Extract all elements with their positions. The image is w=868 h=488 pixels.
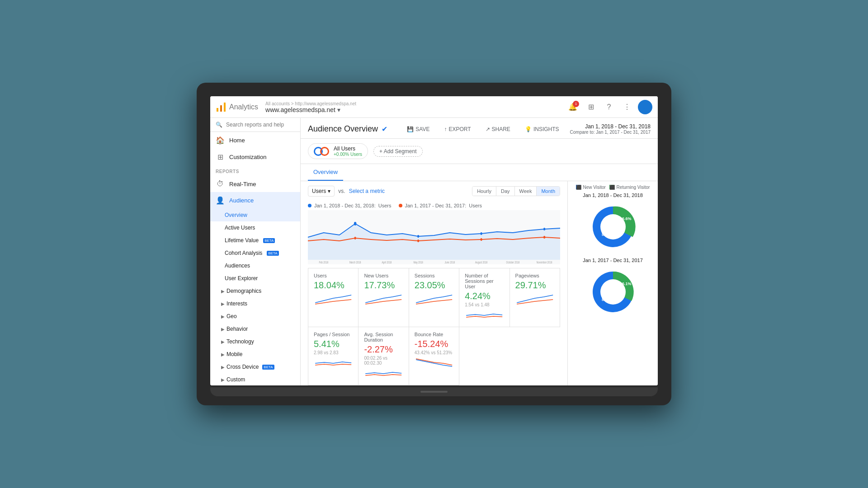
svg-text:October 2018: October 2018 — [506, 261, 520, 264]
app-title: Analytics — [229, 103, 258, 111]
grid-button[interactable]: ⊞ — [584, 100, 598, 114]
sidebar-sub-lifetime-value[interactable]: Lifetime Value BETA — [210, 234, 300, 247]
sparkline — [364, 291, 403, 305]
sparkline — [415, 291, 453, 305]
svg-text:83.9%: 83.9% — [602, 297, 613, 302]
time-btn-month[interactable]: Month — [537, 187, 560, 196]
pie-chart-2018: 16.6% 83.4% — [571, 200, 654, 254]
svg-text:November 2018: November 2018 — [537, 261, 552, 264]
breadcrumb-text: All accounts > http://www.agelessmedspa.… — [265, 101, 356, 106]
help-button[interactable]: ? — [602, 100, 616, 114]
metric-dropdown[interactable]: Users ▾ — [308, 186, 335, 197]
metric-value: 23.05% — [415, 280, 453, 291]
home-icon: 🏠 — [216, 136, 225, 145]
svg-point-9 — [417, 239, 419, 242]
svg-text:April 2018: April 2018 — [382, 261, 392, 264]
time-btn-hourly[interactable]: Hourly — [472, 187, 496, 196]
sidebar-sub-active-users[interactable]: Active Users — [210, 221, 300, 234]
sidebar-search-area: 🔍 — [210, 118, 300, 132]
sidebar: 🔍 🏠 Home ⊞ Customization REPORTS ⏱ Real-… — [210, 118, 301, 385]
metric-label: Bounce Rate — [415, 332, 453, 337]
metric-label: Number of Sessions per User — [465, 273, 504, 289]
search-icon: 🔍 — [216, 122, 222, 128]
sidebar-sub-overview[interactable]: Overview — [210, 209, 300, 221]
sidebar-sub-audiences[interactable]: Audiences — [210, 259, 300, 272]
analytics-logo-icon — [216, 102, 226, 113]
svg-point-11 — [543, 236, 545, 239]
verified-icon: ✔ — [382, 125, 387, 133]
sidebar-sub-user-explorer[interactable]: User Explorer — [210, 272, 300, 285]
sidebar-item-technology[interactable]: ▶ Technology — [210, 335, 300, 348]
sidebar-item-crossdevice[interactable]: ▶ Cross Device BETA — [210, 361, 300, 373]
sidebar-item-audience[interactable]: 👤 Audience — [210, 192, 300, 209]
svg-text:16.6%: 16.6% — [620, 216, 632, 221]
date-range[interactable]: Jan 1, 2018 - Dec 31, 2018 Compare to: J… — [570, 123, 651, 135]
metric-label: New Users — [364, 273, 403, 278]
svg-point-5 — [417, 235, 419, 238]
sidebar-item-realtime[interactable]: ⏱ Real-Time — [210, 176, 300, 192]
metric-card: Users18.04% — [308, 268, 359, 327]
add-segment-button[interactable]: + Add Segment — [373, 146, 422, 157]
sidebar-item-behavior[interactable]: ▶ Behavior — [210, 323, 300, 335]
metric-compare: 2.98 vs 2.83 — [314, 350, 353, 355]
all-users-segment[interactable]: All Users +0.00% Users — [308, 143, 368, 159]
sidebar-item-demographics[interactable]: ▶ Demographics — [210, 285, 300, 297]
tab-overview[interactable]: Overview — [308, 164, 343, 181]
report-title: Audience Overview ✔ — [308, 124, 387, 134]
collapse-arrow-behavior: ▶ — [221, 327, 225, 332]
svg-rect-2 — [224, 103, 226, 112]
time-btn-week[interactable]: Week — [515, 187, 537, 196]
metric-value: 18.04% — [314, 280, 353, 291]
select-metric-link[interactable]: Select a metric — [349, 188, 385, 194]
time-btn-day[interactable]: Day — [496, 187, 515, 196]
save-icon: 💾 — [407, 126, 414, 132]
save-button[interactable]: 💾 SAVE — [403, 124, 433, 134]
notification-badge: 1 — [573, 101, 579, 107]
legend-compare: Jan 1, 2017 - Dec 31, 2017: Users — [399, 203, 482, 208]
pie-svg-2018: 16.6% 83.4% — [586, 200, 640, 254]
metric-label: Sessions — [415, 273, 453, 278]
svg-text:16.1%: 16.1% — [620, 282, 632, 286]
top-icons: 🔔 1 ⊞ ? ⋮ 👤 — [566, 100, 652, 114]
sidebar-item-customization[interactable]: ⊞ Customization — [210, 149, 300, 165]
metric-value: 5.41% — [314, 339, 353, 349]
share-button[interactable]: ↗ SHARE — [482, 124, 514, 134]
svg-point-8 — [354, 237, 356, 239]
content-with-pie: Users ▾ vs. Select a metric Hourly Day W… — [301, 181, 658, 385]
sidebar-item-mobile[interactable]: ▶ Mobile — [210, 348, 300, 361]
report-area: Audience Overview ✔ 💾 SAVE ↑ EXPORT — [301, 118, 658, 385]
sparkline — [465, 307, 504, 321]
report-actions: 💾 SAVE ↑ EXPORT ↗ SHARE — [403, 124, 562, 134]
more-button[interactable]: ⋮ — [620, 100, 634, 114]
metric-card: Sessions23.05% — [409, 268, 459, 327]
metric-card: Pages / Session5.41%2.98 vs 2.83 — [308, 327, 359, 385]
insights-button[interactable]: 💡 INSIGHTS — [521, 124, 563, 134]
sidebar-item-interests[interactable]: ▶ Interests — [210, 297, 300, 310]
search-input[interactable] — [226, 122, 295, 128]
sparkline — [314, 355, 353, 369]
sidebar-item-home[interactable]: 🏠 Home — [210, 132, 300, 149]
svg-rect-1 — [220, 105, 222, 112]
metric-compare: 1.54 vs 1.48 — [465, 302, 504, 307]
sparkline — [364, 366, 403, 379]
svg-point-7 — [543, 228, 545, 230]
metric-value: -15.24% — [415, 339, 453, 349]
legend-dot-orange — [399, 204, 402, 207]
notification-button[interactable]: 🔔 1 — [566, 100, 580, 114]
export-button[interactable]: ↑ EXPORT — [440, 124, 474, 134]
sidebar-sub-cohort[interactable]: Cohort Analysis BETA — [210, 247, 300, 259]
laptop-bottom — [210, 387, 658, 396]
user-avatar[interactable]: 👤 — [638, 100, 652, 114]
collapse-arrow-custom: ▶ — [221, 377, 225, 382]
sidebar-item-geo[interactable]: ▶ Geo — [210, 310, 300, 323]
collapse-arrow-mobile: ▶ — [221, 352, 225, 357]
metric-card: Number of Sessions per User4.24%1.54 vs … — [459, 268, 509, 327]
site-name[interactable]: www.agelessmedspa.net ▾ — [265, 106, 566, 113]
pie-svg-2017: 16.1% 83.9% — [586, 265, 640, 319]
segment-bar: All Users +0.00% Users + Add Segment — [301, 139, 658, 164]
sparkline — [415, 355, 453, 369]
new-visitor-dot: ⬛ — [576, 185, 580, 189]
metric-label: Pageviews — [515, 273, 554, 278]
sidebar-item-custom[interactable]: ▶ Custom — [210, 373, 300, 385]
metrics-grid: Users18.04%New Users17.73%Sessions23.05%… — [308, 268, 560, 385]
